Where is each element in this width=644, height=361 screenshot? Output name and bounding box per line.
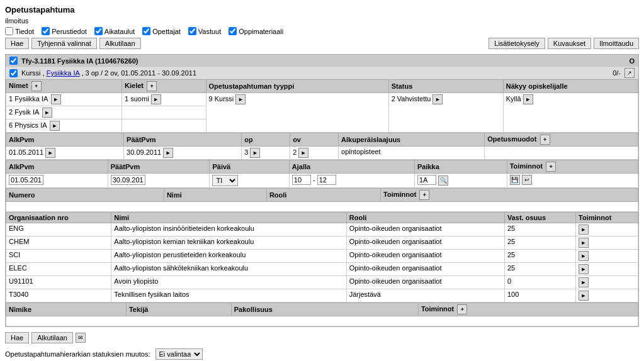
course-header: Tfy-3.1181 Fysiikka IA (1104676260) O <box>6 55 638 67</box>
sched-to-input[interactable] <box>317 175 336 185</box>
tiedot-checkbox[interactable] <box>5 27 13 35</box>
org-action[interactable]: ► <box>576 236 638 250</box>
oppimateriaali-checkbox[interactable] <box>229 27 237 35</box>
sched-paiva-select[interactable]: TI MA KE TO PE <box>212 175 238 186</box>
org-nimi: Aalto-yliopiston sähkötekniikan korkeako… <box>111 263 346 276</box>
oppimateriaali-checkbox-label[interactable]: Oppimateriaali <box>229 27 283 35</box>
perustiedot-checkbox[interactable] <box>42 27 50 35</box>
name1-edit-icon[interactable]: ► <box>51 94 61 104</box>
sched-ajalla-header: Ajalla <box>289 160 414 174</box>
aikataulut-checkbox[interactable] <box>94 27 103 35</box>
sched-alkpvm-input[interactable] <box>9 175 43 185</box>
opettajat-checkbox[interactable] <box>142 27 150 35</box>
sched-toiminnot-header: Toiminnot + <box>507 160 638 174</box>
sched-paikka-header: Paikka <box>414 160 507 174</box>
main-btn-row: Hae Tyhjennä valinnat Alkutilaan Lisätie… <box>5 38 639 49</box>
sched-paikka: 🔍 <box>414 174 507 188</box>
sched-from-input[interactable] <box>292 175 311 185</box>
org-osuus: 25 <box>504 250 575 263</box>
alkpvm-icon[interactable]: ► <box>45 148 55 158</box>
org-edit-icon[interactable]: ► <box>579 291 589 301</box>
op-icon[interactable]: ► <box>250 148 260 158</box>
sched-paatpvm-input[interactable] <box>111 175 145 185</box>
org-row: CHEM Aalto-yliopiston kemian tekniikan k… <box>6 236 638 250</box>
org-nro: CHEM <box>6 236 111 250</box>
sched-add-icon[interactable]: + <box>546 162 556 172</box>
org-edit-icon[interactable]: ► <box>579 225 589 235</box>
org-row: SCI Aalto-yliopiston perustieteiden kork… <box>6 250 638 263</box>
alkuperais-header: Alkuperäislaajuus <box>339 133 485 147</box>
nakyy-icon[interactable]: ► <box>523 94 533 104</box>
names-add-icon[interactable]: + <box>31 81 42 91</box>
org-edit-icon[interactable]: ► <box>579 264 589 274</box>
sched-undo-icon[interactable]: ↩ <box>522 175 532 185</box>
o-label: O <box>629 57 635 65</box>
date-paatpvm: 30.09.2011 ► <box>124 147 242 160</box>
org-rooli: Järjestävä <box>346 289 504 303</box>
hae-button[interactable]: Hae <box>5 38 29 49</box>
names-row-1: 1 Fysiikka IA ► 1 suomi ► 9 Kurssi ► 2 V… <box>6 93 638 106</box>
course-subheader-text: Kurssi , Fysiikka IA , 3 op / 2 ov, 01.0… <box>21 69 196 77</box>
org-action[interactable]: ► <box>576 250 638 263</box>
opetusmuodot-add-icon[interactable]: + <box>540 135 550 145</box>
name3-edit-icon[interactable]: ► <box>50 121 60 131</box>
org-edit-icon[interactable]: ► <box>579 251 589 261</box>
status-icon[interactable]: ► <box>432 94 443 104</box>
date-row: 01.05.2011 ► 30.09.2011 ► 3 ► 2 ► <box>6 147 638 160</box>
org-osuus: 25 <box>504 223 575 236</box>
org-action[interactable]: ► <box>576 223 638 236</box>
org-action[interactable]: ► <box>576 263 638 276</box>
sched-save-icon[interactable]: 💾 <box>510 175 520 185</box>
bottom-hae-button[interactable]: Hae <box>5 332 29 343</box>
org-action[interactable]: ► <box>576 276 638 289</box>
opettajat-checkbox-label[interactable]: Opettajat <box>142 27 181 35</box>
right-buttons: Lisätietokysely Kuvaukset Ilmoittaudu <box>489 38 639 49</box>
tiedot-checkbox-label[interactable]: Tiedot <box>5 27 34 35</box>
org-osuus: 0 <box>504 276 575 289</box>
sched-paikka-input[interactable] <box>417 175 436 185</box>
email-icon[interactable]: ✉ <box>76 333 86 343</box>
kuvaukset-button[interactable]: Kuvaukset <box>548 38 591 49</box>
date-opetusmuodot <box>485 147 638 160</box>
org-nro: ELEC <box>6 263 111 276</box>
hierarkia-select[interactable]: Ei valintaa <box>155 348 203 360</box>
export-icon[interactable]: ↗ <box>624 68 635 78</box>
org-edit-icon[interactable]: ► <box>579 277 589 287</box>
paikka-search-icon[interactable]: 🔍 <box>438 175 448 186</box>
course-checkbox[interactable] <box>9 57 18 65</box>
perustiedot-checkbox-label[interactable]: Perustiedot <box>42 27 87 35</box>
teacher-add-icon[interactable]: + <box>419 190 429 200</box>
tyyppi-col-header: Opetustapahtuman tyyppi <box>206 80 388 93</box>
org-edit-icon[interactable]: ► <box>579 238 589 248</box>
bottom-btn-row: Hae Alkutilaan ✉ <box>5 332 639 343</box>
org-row: ELEC Aalto-yliopiston sähkötekniikan kor… <box>6 263 638 276</box>
lisatietokysely-button[interactable]: Lisätietokysely <box>489 38 545 49</box>
name2-edit-icon[interactable]: ► <box>42 108 52 118</box>
sched-paiva: TI MA KE TO PE <box>210 174 289 188</box>
fysiikka-link[interactable]: Fysiikka IA <box>47 69 80 77</box>
alkutilaan-button[interactable]: Alkutilaan <box>99 38 141 49</box>
vastuut-checkbox-label[interactable]: Vastuut <box>188 27 222 35</box>
org-row: U91101 Avoin yliopisto Opinto-oikeuden o… <box>6 276 638 289</box>
kielet1-icon[interactable]: ► <box>151 94 161 104</box>
date-op: 3 ► <box>242 147 290 160</box>
org-action[interactable]: ► <box>576 289 638 303</box>
tyhjenna-button[interactable]: Tyhjennä valinnat <box>31 38 97 49</box>
aikataulut-checkbox-label[interactable]: Aikataulut <box>94 27 135 35</box>
page-title: Opetustapahtuma <box>5 5 639 14</box>
date-alkpvm: 01.05.2011 ► <box>6 147 124 160</box>
teacher-nimi-header: Nimi <box>164 189 266 202</box>
tyyppi-icon[interactable]: ► <box>235 94 246 104</box>
nimike-add-icon[interactable]: + <box>457 304 467 314</box>
nimike-header: Nimike <box>6 303 127 316</box>
org-nro: U91101 <box>6 276 111 289</box>
paatpvm-icon[interactable]: ► <box>163 148 173 158</box>
score-value: 0/- <box>613 69 621 77</box>
course-sub-checkbox[interactable] <box>9 69 18 77</box>
bottom-alkutilaan-button[interactable]: Alkutilaan <box>31 332 73 343</box>
kielet-add-icon[interactable]: + <box>147 81 157 91</box>
opetusmuodot-header: Opetusmuodot + <box>485 133 638 147</box>
vastuut-checkbox[interactable] <box>188 27 196 35</box>
ilmoittaudu-button[interactable]: Ilmoittaudu <box>594 38 639 49</box>
ov-icon[interactable]: ► <box>298 148 308 158</box>
